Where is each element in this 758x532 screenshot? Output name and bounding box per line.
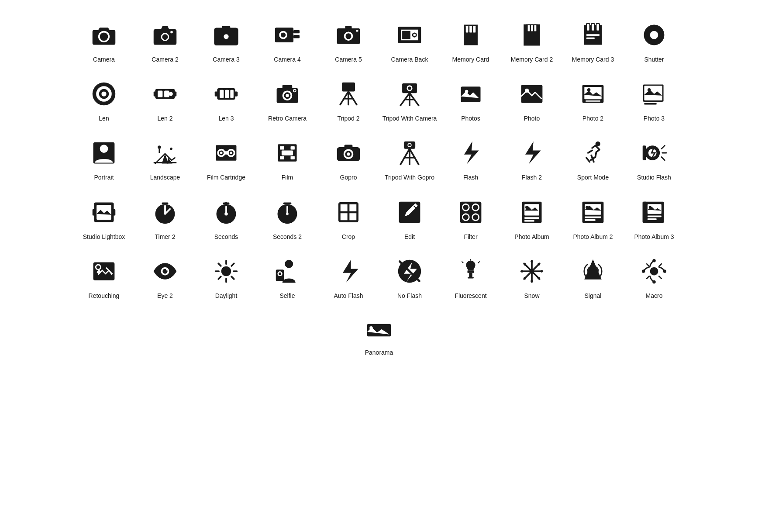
selfie-icon xyxy=(272,256,303,287)
svg-point-25 xyxy=(413,34,416,36)
svg-rect-55 xyxy=(230,90,234,98)
svg-rect-26 xyxy=(466,26,469,32)
svg-point-208 xyxy=(652,259,656,263)
retro-camera-icon xyxy=(272,79,303,109)
svg-rect-46 xyxy=(173,92,177,97)
svg-rect-47 xyxy=(158,91,162,97)
film-cartridge-icon xyxy=(211,138,241,168)
svg-rect-34 xyxy=(596,24,600,31)
camera4-icon xyxy=(272,20,303,50)
svg-point-62 xyxy=(294,90,296,92)
flash2-icon xyxy=(517,138,547,168)
shutter-icon xyxy=(639,20,669,50)
eye2-label: Eye 2 xyxy=(157,292,173,300)
memory-card-icon xyxy=(455,20,486,50)
icon-item-seconds: Seconds xyxy=(196,190,257,245)
icon-item-camera-back: Camera Back xyxy=(379,13,440,68)
svg-point-113 xyxy=(347,152,350,156)
svg-rect-18 xyxy=(345,26,352,29)
icon-item-flash: Flash xyxy=(440,131,501,186)
camera-label: Camera xyxy=(93,55,115,63)
svg-point-198 xyxy=(529,269,534,273)
camera3-label: Camera 3 xyxy=(213,55,239,63)
crop-label: Crop xyxy=(342,233,355,241)
svg-rect-31 xyxy=(534,25,537,31)
icon-grid: Camera Camera 2 Camera 3 Camera 4 Camera… xyxy=(73,13,685,304)
photo-album-label: Photo Album xyxy=(514,233,549,241)
landscape-label: Landscape xyxy=(150,173,180,181)
svg-rect-160 xyxy=(585,219,595,221)
retro-camera-label: Retro Camera xyxy=(268,114,307,122)
icon-item-photo3: Photo 3 xyxy=(624,72,685,127)
svg-rect-12 xyxy=(293,35,300,38)
panorama-row: Panorama xyxy=(9,308,749,365)
svg-point-92 xyxy=(158,146,161,149)
photo-icon xyxy=(517,79,547,109)
svg-rect-63 xyxy=(342,83,355,92)
svg-rect-52 xyxy=(234,92,238,97)
svg-rect-159 xyxy=(585,216,601,218)
svg-point-136 xyxy=(224,212,228,216)
icon-item-len2: Len 2 xyxy=(134,72,196,127)
fluorescent-label: Fluorescent xyxy=(455,292,486,300)
svg-rect-88 xyxy=(644,100,662,102)
svg-point-59 xyxy=(286,94,289,97)
camera-icon xyxy=(89,20,119,50)
svg-point-140 xyxy=(286,213,289,215)
icon-item-len: Len xyxy=(73,72,134,127)
svg-rect-19 xyxy=(356,30,358,32)
svg-rect-51 xyxy=(215,92,218,97)
icon-item-snow: Snow xyxy=(501,249,562,304)
svg-point-91 xyxy=(100,145,108,153)
svg-point-17 xyxy=(345,33,351,39)
photo-album2-icon xyxy=(578,197,608,228)
svg-rect-106 xyxy=(291,146,295,150)
snow-label: Snow xyxy=(524,292,539,300)
icon-item-seconds2: Seconds 2 xyxy=(257,190,318,245)
svg-point-117 xyxy=(408,144,411,147)
icon-item-sport-mode: Sport Mode xyxy=(562,131,624,186)
svg-rect-165 xyxy=(648,215,662,217)
memory-card3-label: Memory Card 3 xyxy=(572,55,614,63)
tripod-with-gopro-icon xyxy=(394,138,425,168)
icon-item-memory-card3: Memory Card 3 xyxy=(562,13,624,68)
icon-item-retouching: Retouching xyxy=(73,249,134,304)
photo3-icon xyxy=(639,79,669,109)
svg-rect-109 xyxy=(282,151,293,155)
svg-rect-154 xyxy=(524,217,539,219)
icon-item-portrait: Portrait xyxy=(73,131,134,186)
gopro-icon xyxy=(333,138,364,168)
photo-album2-label: Photo Album 2 xyxy=(573,233,613,241)
memory-card2-label: Memory Card 2 xyxy=(511,55,553,63)
photo-album3-label: Photo Album 3 xyxy=(634,233,674,241)
portrait-icon xyxy=(89,138,119,168)
icon-item-gopro: Gopro xyxy=(318,131,379,186)
auto-flash-icon: A xyxy=(333,256,364,287)
svg-rect-29 xyxy=(528,25,530,31)
svg-point-14 xyxy=(281,32,286,37)
icon-item-retro-camera: Retro Camera xyxy=(257,72,318,127)
daylight-label: Daylight xyxy=(215,292,238,300)
svg-point-203 xyxy=(524,263,526,266)
svg-line-126 xyxy=(662,146,665,149)
svg-line-179 xyxy=(231,276,234,279)
icon-item-tripod-with-camera: Tripod With Camera xyxy=(379,72,440,127)
svg-point-206 xyxy=(524,277,526,280)
eye2-icon xyxy=(150,256,180,287)
tripod2-icon xyxy=(333,79,364,109)
svg-rect-33 xyxy=(591,24,595,31)
icon-item-camera3: Camera 3 xyxy=(196,13,257,68)
retouching-icon xyxy=(89,256,119,287)
memory-card3-icon xyxy=(578,20,608,50)
icon-item-camera5: Camera 5 xyxy=(318,13,379,68)
icon-item-selfie: Selfie xyxy=(257,249,318,304)
svg-point-70 xyxy=(408,86,411,90)
svg-point-207 xyxy=(650,267,658,275)
svg-rect-108 xyxy=(291,156,295,160)
icon-item-eye2: Eye 2 xyxy=(134,249,196,304)
camera5-icon xyxy=(333,20,364,50)
timer2-label: Timer 2 xyxy=(155,233,176,241)
auto-flash-label: Auto Flash xyxy=(334,292,363,300)
svg-rect-166 xyxy=(648,218,657,220)
tripod2-label: Tripod 2 xyxy=(338,114,360,122)
